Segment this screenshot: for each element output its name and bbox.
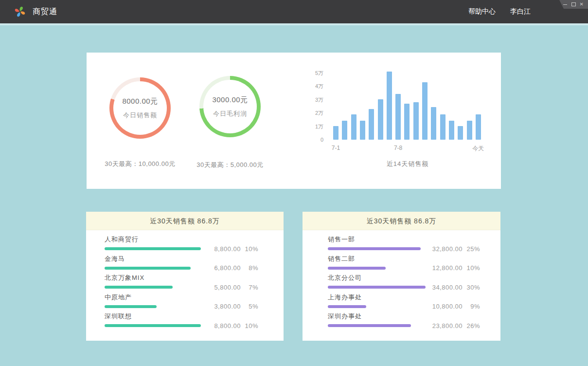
rank-label: 中原地产 bbox=[105, 293, 284, 302]
rank-value: 3,800.005% bbox=[204, 303, 258, 310]
y-axis-tick: 2万 bbox=[308, 110, 323, 116]
today-profit-30day-max: 30天最高：5,000.00元 bbox=[177, 161, 284, 169]
rank-bar bbox=[328, 305, 366, 308]
rank-label: 销售二部 bbox=[328, 255, 500, 263]
rank-percent: 8% bbox=[241, 264, 258, 272]
rank-bar bbox=[105, 324, 201, 327]
today-profit-label: 今日毛利润 bbox=[213, 110, 247, 118]
maximize-icon[interactable] bbox=[571, 1, 576, 7]
rank-label: 销售一部 bbox=[328, 235, 500, 244]
list-item: 北京万象MIX5,800.007% bbox=[105, 274, 284, 293]
rank-bar bbox=[105, 286, 173, 289]
rank-percent: 10% bbox=[241, 245, 258, 253]
rank-amount: 23,800.00 bbox=[426, 322, 463, 329]
list-item: 销售一部32,800.0025% bbox=[328, 235, 500, 255]
rank-label: 深圳联想 bbox=[105, 312, 284, 321]
rank-percent: 9% bbox=[463, 303, 480, 310]
rank-bar bbox=[328, 247, 421, 250]
rank-amount: 8,800.00 bbox=[204, 322, 241, 329]
rank-label: 深圳办事处 bbox=[328, 312, 500, 321]
rank-amount: 12,800.00 bbox=[426, 264, 463, 272]
sales-bar bbox=[387, 72, 392, 140]
help-center-link[interactable]: 帮助中心 bbox=[468, 7, 496, 16]
rank-label: 北京分公司 bbox=[328, 274, 500, 282]
rank-bar bbox=[328, 286, 426, 289]
y-axis-tick: 5万 bbox=[308, 70, 323, 76]
sales-bar bbox=[395, 94, 401, 140]
customer-sales-ranking-card: 近30天销售额 86.8万 人和商贸行8,800.0010%金海马6,800.0… bbox=[86, 212, 284, 341]
rank-label: 人和商贸行 bbox=[105, 235, 284, 244]
sales-bar bbox=[467, 121, 472, 140]
list-item: 深圳办事处23,800.0026% bbox=[328, 312, 500, 331]
rank-percent: 30% bbox=[463, 284, 480, 291]
list-item: 深圳联想8,800.0010% bbox=[105, 312, 284, 331]
rank-percent: 26% bbox=[463, 322, 480, 329]
list-item: 金海马6,800.008% bbox=[105, 255, 284, 274]
rank-value: 5,800.007% bbox=[204, 284, 258, 291]
sales-bar bbox=[413, 102, 419, 140]
rank-amount: 32,800.00 bbox=[426, 245, 463, 253]
y-axis-tick: 1万 bbox=[308, 123, 323, 130]
rank-bar bbox=[105, 267, 191, 270]
sales-bar bbox=[422, 82, 428, 140]
rank-amount: 6,800.00 bbox=[204, 264, 241, 272]
list-item: 北京分公司34,800.0030% bbox=[328, 274, 500, 293]
list-item: 上海办事处10,800.009% bbox=[328, 293, 500, 312]
rank-label: 北京万象MIX bbox=[105, 274, 284, 282]
today-profit-donut-ring: 3000.00元 今日毛利润 bbox=[199, 76, 261, 137]
sales-bar bbox=[378, 99, 383, 140]
rank-bar bbox=[105, 247, 201, 250]
department-ranking-list: 销售一部32,800.0025%销售二部12,800.0010%北京分公司34,… bbox=[328, 235, 500, 331]
department-sales-ranking-card: 近30天销售额 86.8万 销售一部32,800.0025%销售二部12,800… bbox=[303, 212, 500, 341]
window-controls: ✕ bbox=[559, 0, 588, 9]
rank-percent: 25% bbox=[463, 245, 480, 253]
sales-bar bbox=[449, 121, 454, 140]
rank-value: 23,800.0026% bbox=[426, 322, 480, 329]
rank-value: 32,800.0025% bbox=[426, 245, 480, 253]
list-item: 人和商贸行8,800.0010% bbox=[105, 235, 284, 255]
titlebar-highlight-strip bbox=[0, 23, 588, 25]
bar-chart-title: 近14天销售额 bbox=[333, 160, 482, 168]
rank-label: 上海办事处 bbox=[328, 293, 500, 302]
app-logo-pinwheel-icon bbox=[14, 5, 26, 18]
today-sales-value: 8000.00元 bbox=[122, 97, 158, 106]
rank-value: 12,800.0010% bbox=[426, 264, 480, 272]
department-ranking-title: 近30天销售额 86.8万 bbox=[303, 212, 500, 230]
sales-14day-bar-chart: 01万2万3万4万5万 7-17-8今天 近14天销售额 bbox=[308, 53, 501, 189]
sales-bar bbox=[404, 104, 410, 140]
rank-percent: 5% bbox=[241, 303, 258, 310]
rank-percent: 10% bbox=[241, 322, 258, 329]
user-menu[interactable]: 李白江 bbox=[510, 7, 531, 16]
minimize-icon[interactable] bbox=[563, 1, 568, 7]
rank-bar bbox=[328, 267, 386, 270]
rank-percent: 7% bbox=[241, 284, 258, 291]
x-axis-tick: 今天 bbox=[463, 145, 493, 153]
rank-amount: 3,800.00 bbox=[204, 303, 241, 310]
sales-bar bbox=[440, 114, 445, 140]
list-item: 中原地产3,800.005% bbox=[105, 293, 284, 312]
list-item: 销售二部12,800.0010% bbox=[328, 255, 500, 274]
rank-value: 10,800.009% bbox=[426, 303, 480, 310]
x-axis-tick: 7-1 bbox=[321, 145, 351, 151]
sales-bar bbox=[369, 109, 374, 140]
sales-bar bbox=[476, 114, 481, 140]
close-icon[interactable]: ✕ bbox=[580, 1, 584, 7]
sales-bar bbox=[431, 107, 436, 140]
y-axis-tick: 0 bbox=[308, 136, 323, 143]
sales-bar bbox=[360, 121, 365, 140]
today-profit-gauge: 3000.00元 今日毛利润 30天最高：5,000.00元 bbox=[177, 76, 284, 169]
sales-bar bbox=[458, 126, 463, 140]
today-profit-value: 3000.00元 bbox=[212, 95, 248, 105]
rank-percent: 10% bbox=[463, 264, 480, 272]
rank-bar bbox=[328, 324, 411, 327]
rank-value: 8,800.0010% bbox=[204, 245, 258, 253]
rank-value: 8,800.0010% bbox=[204, 322, 258, 329]
rank-value: 6,800.008% bbox=[204, 264, 258, 272]
app-title: 商贸通 bbox=[33, 7, 57, 17]
rank-label: 金海马 bbox=[105, 255, 284, 263]
x-axis-tick: 7-8 bbox=[384, 145, 413, 151]
sales-bar bbox=[342, 121, 347, 140]
customer-ranking-title: 近30天销售额 86.8万 bbox=[86, 212, 284, 230]
customer-ranking-list: 人和商贸行8,800.0010%金海马6,800.008%北京万象MIX5,80… bbox=[105, 235, 284, 331]
rank-bar bbox=[105, 305, 157, 308]
